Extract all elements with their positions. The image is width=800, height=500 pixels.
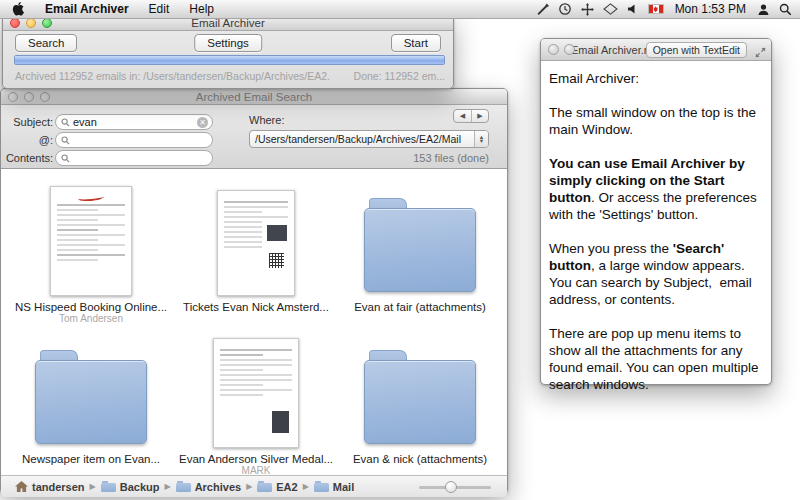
- open-with-textedit-button[interactable]: Open with TextEdit: [646, 42, 747, 58]
- index-sheet-button[interactable]: [564, 44, 575, 55]
- email-archiver-window: Email Archiver Search Settings Start Arc…: [2, 14, 454, 89]
- quicklook-titlebar[interactable]: Email Archiver.rtf Open with TextEdit: [541, 39, 771, 61]
- ql-paragraph: Email Archiver:: [549, 70, 763, 87]
- airport-icon[interactable]: [603, 3, 618, 15]
- result-item[interactable]: Tickets Evan Nick Amsterd...: [181, 173, 331, 325]
- search-icon: [61, 118, 70, 127]
- zoom-button[interactable]: [40, 92, 50, 102]
- search-button[interactable]: Search: [15, 34, 77, 52]
- canada-flag-icon[interactable]: [648, 4, 664, 14]
- path-crumb[interactable]: Archives: [176, 481, 241, 493]
- close-button[interactable]: [10, 18, 20, 28]
- result-item[interactable]: Evan at fair (attachments): [331, 173, 509, 325]
- pen-icon[interactable]: [536, 3, 549, 16]
- folder-thumbnail: [364, 348, 476, 444]
- quicklook-text: Email Archiver: The small window on the …: [541, 61, 771, 419]
- result-subtitle: MARK: [242, 465, 271, 477]
- time-machine-icon[interactable]: [558, 2, 572, 16]
- subject-label: Subject:: [5, 116, 53, 128]
- search-icon: [61, 136, 70, 145]
- crumb-separator: ▶: [164, 482, 170, 491]
- stepper-icon: ▲▼: [474, 131, 488, 147]
- path-crumb[interactable]: EA2: [257, 481, 297, 493]
- path-bar: tandersen ▶ Backup ▶ Archives ▶ EA2 ▶ Ma…: [1, 475, 507, 497]
- icon-size-slider[interactable]: [419, 480, 491, 494]
- result-label: Newspaper item on Evan...: [22, 453, 160, 465]
- result-item[interactable]: NS Hispeed Booking Online... Tom Anderse…: [1, 173, 181, 325]
- path-crumb-home[interactable]: tandersen: [15, 481, 85, 493]
- zoom-button[interactable]: [42, 18, 52, 28]
- minimize-button[interactable]: [24, 92, 34, 102]
- address-search-field[interactable]: [55, 132, 213, 148]
- result-item[interactable]: Evan & nick (attachments): [331, 325, 509, 477]
- crumb-separator: ▶: [246, 482, 252, 491]
- user-icon[interactable]: [757, 3, 770, 16]
- menubar-clock[interactable]: Mon 1:53 PM: [673, 2, 748, 16]
- apple-menu-icon[interactable]: [12, 2, 25, 17]
- history-nav: ◀ ▶: [453, 109, 489, 123]
- clear-icon[interactable]: ✕: [197, 117, 208, 128]
- where-label: Where:: [249, 114, 284, 126]
- menu-item-help[interactable]: Help: [179, 0, 224, 19]
- home-icon: [15, 481, 28, 493]
- quicklook-title: Email Archiver.rtf: [571, 44, 654, 56]
- fullscreen-expand-icon[interactable]: [755, 44, 766, 62]
- archived-email-search-window: Archived Email Search Subject: ✕ @: Cont…: [0, 88, 508, 494]
- result-label: NS Hispeed Booking Online...: [15, 301, 167, 313]
- address-label: @:: [5, 134, 53, 146]
- settings-button[interactable]: Settings: [194, 34, 262, 52]
- result-item[interactable]: Newspaper item on Evan...: [1, 325, 181, 477]
- minimize-button[interactable]: [26, 18, 36, 28]
- slider-knob[interactable]: [445, 481, 457, 493]
- subject-search-input[interactable]: [70, 116, 197, 128]
- done-status-text: Done: 112952 em...: [354, 70, 445, 82]
- search-window-titlebar[interactable]: Archived Email Search: [1, 89, 507, 105]
- document-thumbnail: [50, 186, 132, 296]
- crumb-separator: ▶: [90, 482, 96, 491]
- close-button[interactable]: [8, 92, 18, 102]
- path-crumb[interactable]: Mail: [314, 481, 354, 493]
- menu-item-app[interactable]: Email Archiver: [35, 0, 139, 19]
- contents-search-input[interactable]: [70, 152, 208, 164]
- folder-icon: [314, 481, 329, 492]
- volume-icon[interactable]: [627, 3, 639, 15]
- crumb-separator: ▶: [303, 482, 309, 491]
- contents-search-field[interactable]: [55, 150, 213, 166]
- search-window-title: Archived Email Search: [1, 91, 507, 103]
- document-thumbnail: [217, 190, 295, 296]
- folder-icon: [176, 481, 191, 492]
- start-button[interactable]: Start: [391, 34, 441, 52]
- result-label: Evan at fair (attachments): [354, 301, 486, 313]
- subject-search-field[interactable]: ✕: [55, 114, 213, 130]
- menu-bar: Email Archiver Edit Help Mon 1:53 PM: [0, 0, 800, 19]
- where-popup-value: /Users/tandersen/Backup/Archives/EA2/Mai…: [250, 133, 474, 145]
- folder-thumbnail: [364, 196, 476, 292]
- progress-bar: [14, 55, 445, 65]
- file-count: 153 files (done): [413, 152, 489, 164]
- close-button[interactable]: [548, 44, 559, 55]
- search-controls: Subject: ✕ @: Contents: Where: /Users/ta…: [1, 105, 507, 169]
- contents-label: Contents:: [5, 152, 53, 164]
- crosshair-icon[interactable]: [581, 3, 594, 16]
- menu-item-edit[interactable]: Edit: [139, 0, 180, 19]
- folder-icon: [257, 481, 272, 492]
- result-label: Evan Anderson Silver Medal...: [179, 453, 333, 465]
- path-crumb[interactable]: Backup: [101, 481, 160, 493]
- result-label: Evan & nick (attachments): [353, 453, 487, 465]
- where-popup[interactable]: /Users/tandersen/Backup/Archives/EA2/Mai…: [249, 130, 489, 148]
- folder-thumbnail: [35, 348, 147, 444]
- result-subtitle: Tom Andersen: [59, 313, 123, 325]
- document-thumbnail: [213, 338, 299, 448]
- ql-paragraph: You can use Email Archiver by simply cli…: [549, 155, 763, 223]
- back-button[interactable]: ◀: [454, 110, 471, 122]
- ql-paragraph: The small window on the top is the main …: [549, 104, 763, 138]
- spotlight-icon[interactable]: [779, 3, 792, 16]
- forward-button[interactable]: ▶: [471, 110, 488, 122]
- progress-fill: [15, 56, 444, 64]
- search-icon: [61, 154, 70, 163]
- address-search-input[interactable]: [70, 134, 208, 146]
- ql-paragraph: There are pop up menu items to show all …: [549, 325, 763, 393]
- result-label: Tickets Evan Nick Amsterd...: [183, 301, 329, 313]
- folder-icon: [101, 481, 116, 492]
- result-item[interactable]: Evan Anderson Silver Medal... MARK: [181, 325, 331, 477]
